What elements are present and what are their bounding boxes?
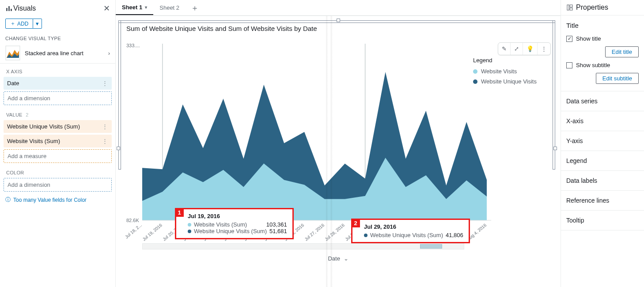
callout-badge: 2 [351,219,360,227]
tab-label: Sheet 1 [122,4,142,11]
show-title-checkbox[interactable]: ✓ Show title [566,35,639,42]
tooltip-label: Website Unique Visits (Sum) [194,228,267,234]
svg-text:Jul 19, 2016: Jul 19, 2016 [141,223,163,242]
close-icon[interactable]: ✕ [103,4,110,13]
tooltip-swatch [364,234,367,237]
chevron-down-icon[interactable]: ▾ [145,5,147,10]
tooltip-callout-1: 1 Jul 19, 2016 Website Visits (Sum) 103,… [175,208,294,239]
visual-type-picker[interactable]: Stacked area line chart › [0,43,115,64]
add-button[interactable]: ＋ADD [5,19,33,29]
field-menu-icon[interactable]: ⋮ [102,138,108,144]
chevron-right-icon: › [108,50,110,57]
edit-title-button[interactable]: Edit title [605,46,639,57]
chevron-down-icon[interactable]: ⌄ [344,255,349,262]
sheet-tabs: Sheet 1 ▾ Sheet 2 ＋ [116,0,561,16]
prop-data-series[interactable]: Data series [561,91,644,111]
color-add-dimension[interactable]: Add a dimension [4,178,112,192]
chart-legend: Legend Website Visits Website Unique Vis… [473,57,553,88]
visuals-panel: Visuals ✕ ＋ADD ▾ CHANGE VISUAL TYPE Stac… [0,0,116,287]
properties-header: Properties [561,0,644,15]
x-scrollbar-track[interactable] [142,243,464,249]
add-dropdown-button[interactable]: ▾ [33,19,42,29]
value-field-pill[interactable]: Website Visits (Sum) ⋮ [4,135,112,147]
properties-panel: Properties Title ✓ Show title Edit title… [561,0,644,287]
selection-handle[interactable] [117,147,120,150]
add-button-label: ADD [17,21,28,27]
value-count: 2 [26,112,28,117]
tooltip-date: Jul 19, 2016 [188,213,287,219]
tooltip-label: Website Unique Visits (Sum) [370,232,443,238]
svg-text:333....: 333.... [126,43,140,48]
value-group-label: VALUE 2 [4,107,112,120]
prop-data-labels[interactable]: Data labels [561,171,644,191]
visual-type-name: Stacked area line chart [25,50,104,57]
x-scrollbar-thumb[interactable] [420,244,442,249]
chart-plot-area[interactable]: 333....82.6KJul 18, 2...Jul 19, 2016Jul … [124,35,553,264]
visual-container[interactable]: ✎ ⤢ 💡 ⋮ Sum of Website Unique Visits and… [116,16,561,287]
field-menu-icon[interactable]: ⋮ [102,123,108,130]
legend-item[interactable]: Website Unique Visits [473,78,553,85]
prop-x-axis[interactable]: X-axis [561,111,644,131]
field-menu-icon[interactable]: ⋮ [102,80,108,87]
x-axis-add-label: Add a dimension [8,95,50,102]
expand-icon[interactable]: ⤢ [510,43,523,55]
color-warning[interactable]: ⓘ Too many Value fields for Color [0,193,115,206]
x-axis-title-text: Date [328,255,340,262]
prop-tooltip[interactable]: Tooltip [561,211,644,230]
x-axis-group-label: X AXIS [4,64,112,77]
checkbox-icon [566,62,572,68]
svg-rect-30 [570,5,572,7]
add-sheet-button[interactable]: ＋ [186,0,204,17]
edit-icon[interactable]: ✎ [498,43,510,55]
color-warning-text: Too many Value fields for Color [13,197,87,203]
x-axis-field-label: Date [7,80,19,87]
tooltip-swatch [188,230,191,233]
tab-sheet-2[interactable]: Sheet 2 [153,1,186,15]
more-icon[interactable]: ⋮ [537,43,550,55]
tab-label: Sheet 2 [159,4,179,11]
svg-rect-2 [11,9,12,11]
bar-chart-icon [5,4,13,12]
legend-label: Website Visits [481,68,517,75]
color-group-label: COLOR [4,165,112,178]
value-field-pill[interactable]: Website Unique Visits (Sum) ⋮ [4,120,112,133]
svg-rect-0 [6,8,8,11]
properties-icon [566,4,573,11]
tooltip-callout-2: 2 Jul 29, 2016 Website Unique Visits (Su… [351,219,470,243]
prop-legend[interactable]: Legend [561,151,644,171]
value-field-label: Website Unique Visits (Sum) [7,123,80,130]
insight-icon[interactable]: 💡 [523,43,537,55]
x-axis-add-dimension[interactable]: Add a dimension [4,91,112,105]
prop-y-axis[interactable]: Y-axis [561,131,644,151]
x-axis-field-pill[interactable]: Date ⋮ [4,77,112,90]
tooltip-value: 41,806 [446,232,463,238]
tooltip-value: 103,361 [266,221,287,228]
visuals-title: Visuals [13,4,103,12]
tooltip-swatch [188,223,191,227]
svg-text:Jul 18, 2...: Jul 18, 2... [124,223,143,239]
tooltip-label: Website Visits (Sum) [194,221,247,228]
info-icon: ⓘ [5,196,11,204]
svg-rect-29 [567,5,569,10]
edit-subtitle-button[interactable]: Edit subtitle [596,73,639,84]
title-section: Title ✓ Show title Edit title Show subti… [561,15,644,91]
legend-label: Website Unique Visits [481,78,537,85]
show-subtitle-checkbox[interactable]: Show subtitle [566,62,639,68]
visuals-header: Visuals ✕ [0,0,115,17]
title-section-label: Title [566,22,639,29]
svg-text:Jul 28, 2016: Jul 28, 2016 [324,223,345,242]
prop-reference-lines[interactable]: Reference lines [561,191,644,211]
tab-sheet-1[interactable]: Sheet 1 ▾ [116,0,153,15]
chart-title[interactable]: Sum of Website Unique Visits and Sum of … [124,23,553,35]
x-axis-title[interactable]: Date ⌄ [124,255,553,262]
sheet-canvas: Sheet 1 ▾ Sheet 2 ＋ ✎ ⤢ 💡 ⋮ Sum of Websi… [116,0,561,287]
selection-handle[interactable] [337,19,340,22]
legend-swatch [473,69,477,74]
svg-rect-31 [570,8,572,10]
show-subtitle-label: Show subtitle [576,62,610,68]
value-group-text: VALUE [6,112,23,117]
svg-text:82.6K: 82.6K [126,218,139,223]
change-visual-type-label: CHANGE VISUAL TYPE [0,31,115,43]
value-add-measure[interactable]: Add a measure [4,149,112,163]
legend-item[interactable]: Website Visits [473,68,553,75]
